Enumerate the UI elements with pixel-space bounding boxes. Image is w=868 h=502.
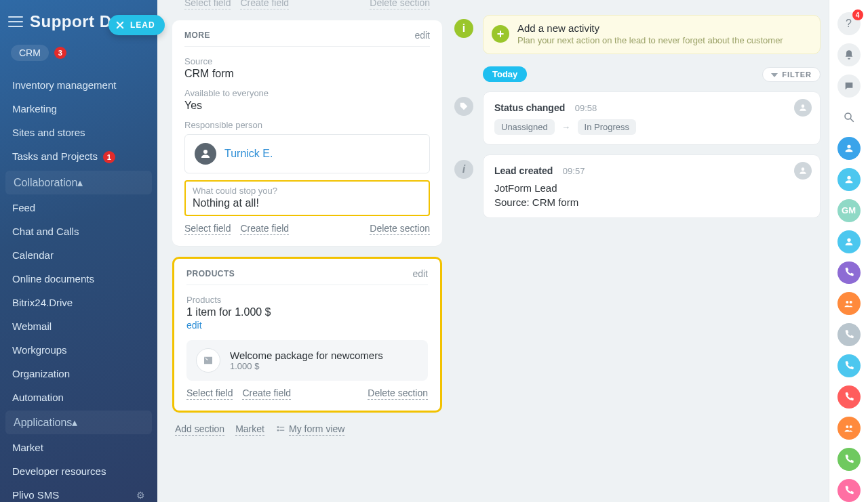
close-icon[interactable] [115, 20, 125, 30]
delete-section-link[interactable]: Delete section [368, 388, 428, 400]
rail-app-people[interactable] [837, 417, 861, 440]
status-time: 09:58 [575, 103, 597, 113]
gear-icon[interactable]: ⚙ [136, 490, 145, 501]
market-link[interactable]: Market [235, 423, 264, 436]
sidebar-item-docs[interactable]: Online documents [0, 267, 157, 291]
timeline-item-status: Status changed 09:58 Unassigned → In Pro… [483, 91, 821, 145]
svg-line-5 [850, 119, 854, 122]
svg-rect-0 [277, 426, 279, 427]
sidebar-group-collaboration[interactable]: Collaboration▴ [5, 171, 152, 194]
section-more: MORE edit Source CRM form Available to e… [172, 20, 442, 246]
sidebar-group-applications[interactable]: Applications▴ [5, 411, 152, 434]
phone-icon [844, 360, 854, 371]
created-line1: JotForm Lead [494, 182, 809, 194]
phone-icon [844, 454, 854, 465]
filter-button[interactable]: FILTER [762, 67, 821, 82]
author-avatar-icon [794, 162, 812, 180]
created-title: Lead created [494, 165, 553, 176]
arrow-right-icon: → [561, 122, 570, 132]
sidebar-item-automation[interactable]: Automation [0, 385, 157, 409]
chevron-up-icon: ▴ [77, 177, 83, 188]
create-field-link[interactable]: Create field [240, 223, 289, 235]
sidebar-item-crm[interactable]: CRM [11, 45, 49, 61]
menu-icon[interactable] [8, 16, 23, 27]
edit-section-link[interactable]: edit [414, 30, 430, 41]
sidebar-item-organization[interactable]: Organization [0, 362, 157, 385]
responsible-person[interactable]: Turnick E. [184, 134, 430, 173]
add-section-link[interactable]: Add section [175, 423, 224, 436]
rail-call-3[interactable] [837, 385, 861, 409]
svg-rect-3 [279, 430, 284, 431]
tasks-badge: 1 [103, 151, 115, 163]
info-icon: i [454, 160, 473, 179]
rail-contact-gm[interactable]: GM [837, 199, 861, 222]
sidebar-item-sites[interactable]: Sites and stores [0, 121, 157, 144]
rail-call-5[interactable] [837, 479, 861, 502]
sidebar-item-inventory[interactable]: Inventory management [0, 73, 157, 97]
search-button[interactable] [837, 106, 861, 129]
sidebar-item-tasks[interactable]: Tasks and Projects1 [0, 144, 157, 169]
rail-contact-2[interactable] [837, 168, 861, 191]
sidebar-item-devres[interactable]: Developer resources [0, 459, 157, 483]
help-badge: 4 [852, 9, 863, 20]
right-rail: ?4 GM [829, 0, 868, 502]
status-from: Unassigned [494, 119, 555, 135]
info-icon: i [454, 19, 473, 38]
field-label-available: Available to everyone [184, 88, 430, 98]
select-field-link[interactable]: Select field [184, 0, 231, 9]
sidebar-item-calendar[interactable]: Calendar [0, 243, 157, 267]
product-row[interactable]: Welcome package for newcomers 1.000 $ [186, 340, 428, 381]
sidebar-item-workgroups[interactable]: Workgroups [0, 338, 157, 362]
field-value-source: CRM form [184, 68, 430, 80]
chevron-up-icon: ▴ [72, 417, 77, 428]
app-sidebar: Support DA CRM 3 Inventory management Ma… [0, 0, 157, 502]
rail-call-2[interactable] [837, 354, 861, 377]
create-field-link[interactable]: Create field [240, 0, 289, 9]
chat-icon [844, 81, 854, 91]
rail-call-1[interactable] [837, 323, 861, 346]
product-name: Welcome package for newcomers [230, 350, 383, 361]
form-view-icon [275, 425, 286, 434]
add-activity-banner[interactable]: + Add a new activity Plan your next acti… [483, 15, 821, 54]
form-view-link[interactable]: My form view [275, 423, 344, 436]
created-time: 09:57 [563, 166, 585, 176]
notifications-button[interactable] [837, 43, 861, 66]
author-avatar-icon [794, 99, 812, 117]
select-field-link[interactable]: Select field [184, 223, 231, 235]
field-label-products: Products [186, 295, 428, 305]
sidebar-item-market[interactable]: Market [0, 436, 157, 459]
rail-app-contacts[interactable] [837, 292, 861, 315]
phone-icon [844, 485, 854, 496]
select-field-link[interactable]: Select field [186, 388, 233, 400]
search-icon [843, 111, 855, 123]
sidebar-item-plivo[interactable]: Plivo SMS⚙ [0, 483, 157, 502]
sidebar-item-feed[interactable]: Feed [0, 196, 157, 219]
rail-contact-3[interactable] [837, 230, 861, 253]
products-edit-link[interactable]: edit [186, 320, 428, 331]
create-field-link[interactable]: Create field [242, 388, 291, 400]
rail-app-viber[interactable] [837, 262, 861, 285]
rail-call-4[interactable] [837, 448, 861, 471]
chat-button[interactable] [837, 75, 861, 98]
field-label-source: Source [184, 56, 430, 66]
delete-section-link[interactable]: Delete section [370, 223, 430, 235]
help-button[interactable]: ?4 [837, 12, 861, 35]
delete-section-link[interactable]: Delete section [370, 0, 430, 9]
rail-contact-1[interactable] [837, 137, 861, 160]
edit-section-link[interactable]: edit [412, 268, 428, 279]
sidebar-item-drive[interactable]: Bitrix24.Drive [0, 291, 157, 314]
section-title: PRODUCTS [186, 269, 235, 278]
field-value-stop: Nothing at all! [193, 197, 422, 209]
phone-icon [844, 267, 854, 278]
sidebar-item-webmail[interactable]: Webmail [0, 314, 157, 338]
section-actions-top: Select field Create field Delete section [172, 0, 442, 9]
filter-icon [771, 70, 778, 79]
field-label-responsible: Responsible person [184, 120, 430, 130]
banner-subtitle: Plan your next action on the lead to nev… [517, 35, 810, 45]
lead-timeline: i + Add a new activity Plan your next ac… [449, 0, 826, 502]
responsible-name[interactable]: Turnick E. [224, 148, 273, 160]
sidebar-item-chat[interactable]: Chat and Calls [0, 219, 157, 243]
close-lead-chip[interactable]: LEAD [108, 15, 165, 35]
sidebar-item-marketing[interactable]: Marketing [0, 97, 157, 121]
plus-icon[interactable]: + [492, 25, 509, 43]
